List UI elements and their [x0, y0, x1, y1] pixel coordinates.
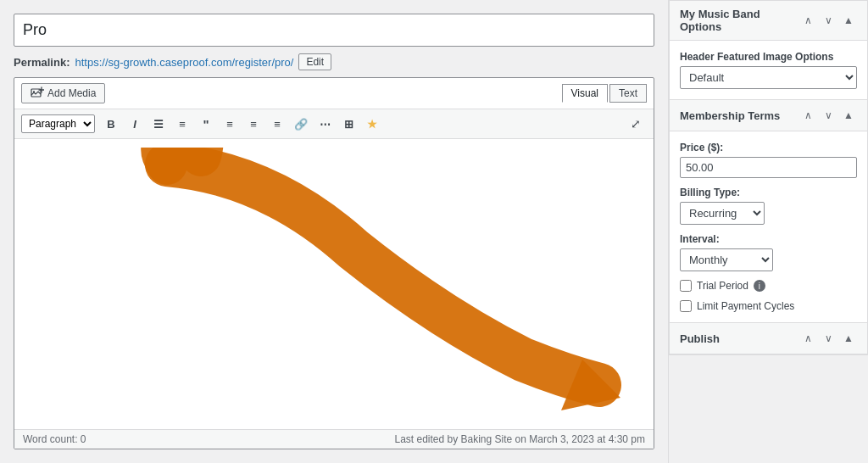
- visual-tab-button[interactable]: Visual: [562, 84, 608, 103]
- format-toolbar: Paragraph B I ☰ ≡ " ≡ ≡ ≡ 🔗 ⋯ ⊞ ★ ⤢: [14, 109, 654, 139]
- music-band-options-title: My Music Band Options: [680, 8, 799, 33]
- publish-collapse-down-button[interactable]: ∨: [820, 330, 837, 347]
- italic-button[interactable]: I: [124, 113, 146, 135]
- add-media-button[interactable]: Add Media: [21, 83, 105, 103]
- billing-type-select[interactable]: One-time Recurring: [680, 202, 765, 225]
- interval-select[interactable]: Daily Weekly Monthly Yearly: [680, 248, 773, 271]
- editor-wrapper: Add Media Visual Text Paragraph B I ☰ ≡ …: [14, 77, 654, 449]
- membership-collapse-up-button[interactable]: ∧: [799, 107, 816, 124]
- editor-textarea[interactable]: [14, 139, 654, 429]
- music-band-collapse-up-button[interactable]: ∧: [799, 12, 816, 29]
- add-media-icon: [31, 86, 44, 100]
- publish-title: Publish: [680, 332, 720, 345]
- star-button[interactable]: ★: [361, 113, 383, 135]
- link-button[interactable]: 🔗: [290, 113, 312, 135]
- last-edited: Last edited by Baking Site on March 3, 2…: [394, 433, 645, 445]
- music-band-collapse-down-button[interactable]: ∨: [820, 12, 837, 29]
- billing-type-label: Billing Type:: [680, 187, 857, 198]
- unordered-list-button[interactable]: ☰: [147, 113, 170, 135]
- music-band-toggle-button[interactable]: ▲: [840, 12, 857, 29]
- add-media-bar: Add Media Visual Text: [14, 78, 654, 109]
- status-bar: Word count: 0 Last edited by Baking Site…: [14, 429, 654, 449]
- align-left-button[interactable]: ≡: [219, 113, 241, 135]
- membership-terms-title: Membership Terms: [680, 109, 780, 122]
- align-center-button[interactable]: ≡: [242, 113, 264, 135]
- interval-label: Interval:: [680, 233, 857, 245]
- music-band-options-icons: ∧ ∨ ▲: [799, 12, 857, 29]
- permalink-edit-button[interactable]: Edit: [298, 53, 331, 70]
- trial-period-label: Trial Period: [697, 280, 748, 292]
- membership-toggle-button[interactable]: ▲: [840, 107, 857, 124]
- permalink-label: Permalink:: [14, 56, 70, 69]
- ordered-list-button[interactable]: ≡: [171, 113, 193, 135]
- publish-panel: Publish ∧ ∨ ▲: [669, 323, 868, 355]
- paragraph-format-select[interactable]: Paragraph: [21, 114, 95, 133]
- limit-payment-label: Limit Payment Cycles: [697, 300, 794, 312]
- fullscreen-button[interactable]: ⤢: [625, 113, 647, 135]
- trial-period-checkbox[interactable]: [680, 280, 692, 292]
- price-field: Price ($):: [680, 142, 857, 178]
- fullwidth-button[interactable]: ⊞: [337, 113, 359, 135]
- blockquote-button[interactable]: ": [195, 113, 217, 135]
- add-media-label: Add Media: [47, 87, 96, 99]
- limit-payment-checkbox[interactable]: [680, 300, 692, 312]
- billing-type-field: Billing Type: One-time Recurring: [680, 187, 857, 225]
- price-label: Price ($):: [680, 142, 857, 153]
- visual-text-tab-group: Visual Text: [562, 84, 647, 103]
- publish-toggle-button[interactable]: ▲: [840, 330, 857, 347]
- membership-terms-panel: Membership Terms ∧ ∨ ▲ Price ($): Billin…: [669, 100, 868, 323]
- membership-terms-header: Membership Terms ∧ ∨ ▲: [670, 100, 867, 131]
- main-content-area: Permalink: https://sg-growth.caseproof.c…: [0, 0, 668, 463]
- publish-header: Publish ∧ ∨ ▲: [670, 323, 867, 354]
- right-sidebar: My Music Band Options ∧ ∨ ▲ Header Featu…: [668, 0, 868, 463]
- publish-collapse-up-button[interactable]: ∧: [799, 330, 816, 347]
- header-featured-label: Header Featured Image Options: [680, 51, 857, 63]
- trial-period-info-icon[interactable]: i: [754, 280, 765, 292]
- trial-period-row: Trial Period i: [680, 280, 857, 292]
- membership-terms-icons: ∧ ∨ ▲: [799, 107, 857, 124]
- post-title-input[interactable]: [14, 14, 654, 47]
- limit-payment-row: Limit Payment Cycles: [680, 300, 857, 312]
- header-featured-field: Header Featured Image Options Default Hi…: [680, 51, 857, 89]
- more-button[interactable]: ⋯: [314, 113, 336, 135]
- align-right-button[interactable]: ≡: [266, 113, 288, 135]
- bold-button[interactable]: B: [100, 113, 122, 135]
- interval-field: Interval: Daily Weekly Monthly Yearly: [680, 233, 857, 271]
- music-band-options-panel: My Music Band Options ∧ ∨ ▲ Header Featu…: [669, 0, 868, 100]
- music-band-options-header: My Music Band Options ∧ ∨ ▲: [670, 1, 867, 41]
- header-featured-select[interactable]: Default Hidden Custom: [680, 66, 857, 89]
- editor-area: [14, 139, 654, 429]
- publish-icons: ∧ ∨ ▲: [799, 330, 857, 347]
- permalink-row: Permalink: https://sg-growth.caseproof.c…: [14, 53, 654, 70]
- word-count: Word count: 0: [23, 433, 86, 445]
- music-band-options-body: Header Featured Image Options Default Hi…: [670, 41, 867, 99]
- price-input[interactable]: [680, 157, 857, 178]
- membership-terms-body: Price ($): Billing Type: One-time Recurr…: [670, 131, 867, 322]
- permalink-link[interactable]: https://sg-growth.caseproof.com/register…: [75, 56, 293, 69]
- membership-collapse-down-button[interactable]: ∨: [820, 107, 837, 124]
- text-tab-button[interactable]: Text: [609, 84, 647, 103]
